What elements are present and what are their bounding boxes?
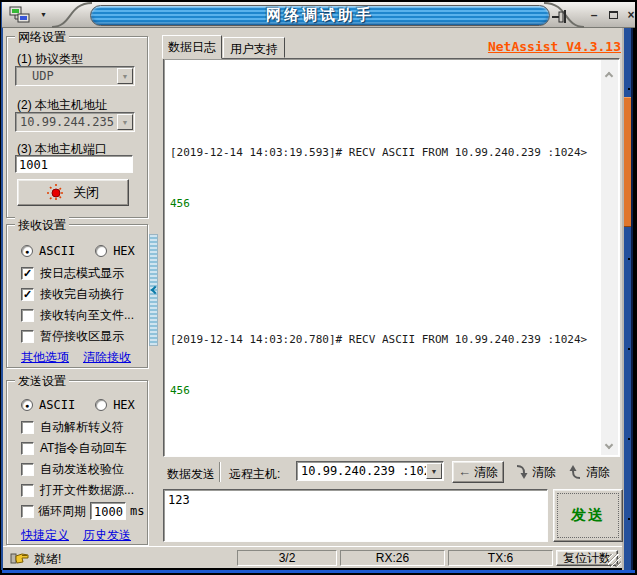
- send-button[interactable]: 发送: [553, 489, 623, 542]
- pin-icon[interactable]: [551, 9, 569, 24]
- pause-display-checkbox[interactable]: [21, 330, 34, 343]
- ready-icon: [10, 550, 30, 566]
- log-text: [2019-12-14 14:03:19.593]# RECV ASCII FR…: [170, 76, 597, 457]
- minimize-button[interactable]: –: [586, 8, 602, 24]
- panel-splitter[interactable]: [149, 234, 158, 346]
- send-ascii-radio[interactable]: ●: [21, 399, 33, 411]
- toolbar-separator: [219, 462, 221, 482]
- quick-define-link[interactable]: 快捷定义: [21, 527, 69, 544]
- collapse-arrow-icon[interactable]: [151, 286, 159, 294]
- receive-ascii-label: ASCII: [39, 244, 75, 258]
- loop-unit-label: ms: [130, 504, 144, 518]
- receive-ascii-radio[interactable]: ●: [21, 245, 33, 257]
- scroll-down-icon[interactable]: [605, 441, 613, 449]
- disconnect-button-label: 关闭: [73, 184, 99, 202]
- remote-host-combobox[interactable]: 10.99.240.239 :1024 ▼: [296, 461, 444, 481]
- local-address-combobox[interactable]: 10.99.244.235 ▼: [15, 112, 135, 132]
- history-send-link[interactable]: 历史发送: [83, 527, 131, 544]
- group-receive-settings: 接收设置 ● ASCII HEX ✓ 按日志模式显示 ✓ 接收完自动换行 接收转…: [6, 224, 148, 368]
- title-pill: 网络调试助手: [90, 5, 550, 26]
- loop-period-input[interactable]: 1000: [90, 502, 126, 520]
- group-send-settings: 发送设置 ● ASCII HEX 自动解析转义符 AT指令自动回车 自动发送校验…: [6, 380, 148, 545]
- group-title: 接收设置: [15, 217, 69, 234]
- status-tx-panel: TX:6: [448, 550, 553, 566]
- status-rx-panel: RX:26: [340, 550, 445, 566]
- status-page-panel: 3/2: [237, 550, 337, 566]
- group-title: 发送设置: [15, 373, 69, 390]
- recv-to-file-checkbox[interactable]: [21, 309, 34, 322]
- receive-hex-radio[interactable]: [95, 245, 107, 257]
- pause-display-label: 暂停接收区显示: [40, 328, 124, 345]
- protocol-combobox[interactable]: UDP ▼: [15, 66, 135, 86]
- clear-remote-button[interactable]: ← 清除: [452, 461, 504, 483]
- version-link[interactable]: NetAssist V4.3.13: [488, 39, 621, 54]
- log-entry: [2019-12-14 14:03:20.780]# RECV ASCII FR…: [170, 297, 597, 433]
- auto-escape-checkbox[interactable]: [21, 421, 34, 434]
- clear-remote-label: 清除: [474, 464, 498, 481]
- send-ascii-label: ASCII: [39, 398, 75, 412]
- send-input[interactable]: 123: [163, 489, 548, 542]
- receive-hex-label: HEX: [113, 244, 135, 258]
- data-send-label: 数据发送: [167, 466, 215, 483]
- log-mode-checkbox[interactable]: ✓: [21, 267, 34, 280]
- at-return-label: AT指令自动回车: [40, 440, 126, 457]
- auto-checksum-label: 自动发送校验位: [40, 461, 124, 478]
- tab-user-support[interactable]: 用户支持: [223, 37, 285, 58]
- window-title: 网络调试助手: [266, 6, 374, 25]
- resize-grip[interactable]: [608, 554, 621, 567]
- at-return-checkbox[interactable]: [21, 442, 34, 455]
- left-arrow-icon: ←: [458, 467, 471, 477]
- clear-send-button[interactable]: 清除: [569, 461, 619, 483]
- window-frame-bottom: [2, 570, 635, 573]
- loop-period-checkbox[interactable]: [21, 505, 34, 518]
- clear-send-label: 清除: [586, 464, 610, 481]
- log-entry: [2019-12-14 14:03:19.593]# RECV ASCII FR…: [170, 110, 597, 246]
- maximize-button[interactable]: [605, 8, 621, 24]
- close-button[interactable]: ×: [623, 8, 637, 24]
- recv-to-file-label: 接收转向至文件...: [40, 307, 134, 324]
- curved-down-arrow-icon: [515, 464, 528, 480]
- protocol-value: UDP: [32, 69, 54, 83]
- local-port-input[interactable]: 1001: [15, 155, 133, 173]
- clear-receive-label: 清除: [532, 464, 556, 481]
- combo-arrow-icon[interactable]: ▼: [117, 114, 133, 130]
- auto-escape-label: 自动解析转义符: [40, 419, 124, 436]
- led-icon: [47, 184, 65, 202]
- titlebar: ▼ 网络调试助手 – ×: [2, 2, 635, 28]
- remote-host-value: 10.99.240.239 :1024: [301, 464, 438, 478]
- tab-data-log[interactable]: 数据日志: [162, 35, 222, 59]
- ready-text: 就绪!: [34, 551, 61, 568]
- combo-arrow-icon[interactable]: ▼: [117, 68, 133, 84]
- clear-receive-button[interactable]: 清除: [515, 461, 565, 483]
- status-bar: 就绪! 3/2 RX:26 TX:6 复位计数: [3, 546, 622, 568]
- menu-dropdown-arrow-icon[interactable]: ▼: [40, 11, 47, 18]
- local-address-value: 10.99.244.235: [20, 115, 114, 129]
- combo-arrow-icon[interactable]: ▼: [426, 463, 442, 479]
- log-mode-label: 按日志模式显示: [40, 265, 124, 282]
- group-title: 网络设置: [15, 29, 69, 46]
- group-network-settings: 网络设置 (1) 协议类型 UDP ▼ (2) 本地主机地址 10.99.244…: [6, 36, 148, 218]
- scroll-up-icon[interactable]: [605, 72, 613, 80]
- frame-scrollbar-thumb[interactable]: [624, 97, 631, 227]
- file-source-label: 打开文件数据源...: [40, 482, 134, 499]
- app-window: ▼ 网络调试助手 – × 网络设置 (1) 协议类型 UDP ▼ (2) 本地主…: [0, 0, 637, 575]
- log-scrollbar[interactable]: [601, 60, 618, 455]
- loop-period-label: 循环周期: [38, 503, 86, 520]
- send-hex-radio[interactable]: [95, 399, 107, 411]
- titlebar-swoosh-left: [52, 2, 92, 28]
- file-source-checkbox[interactable]: [21, 484, 34, 497]
- send-hex-label: HEX: [113, 398, 135, 412]
- clear-receive-link[interactable]: 清除接收: [83, 349, 131, 366]
- disconnect-button[interactable]: 关闭: [17, 179, 129, 206]
- auto-newline-label: 接收完自动换行: [40, 286, 124, 303]
- other-options-link[interactable]: 其他选项: [21, 349, 69, 366]
- auto-checksum-checkbox[interactable]: [21, 463, 34, 476]
- log-area[interactable]: [2019-12-14 14:03:19.593]# RECV ASCII FR…: [163, 58, 620, 457]
- curved-up-arrow-icon: [569, 464, 582, 480]
- remote-host-label: 远程主机:: [229, 466, 280, 483]
- app-menu-icon[interactable]: [9, 6, 33, 25]
- auto-newline-checkbox[interactable]: ✓: [21, 288, 34, 301]
